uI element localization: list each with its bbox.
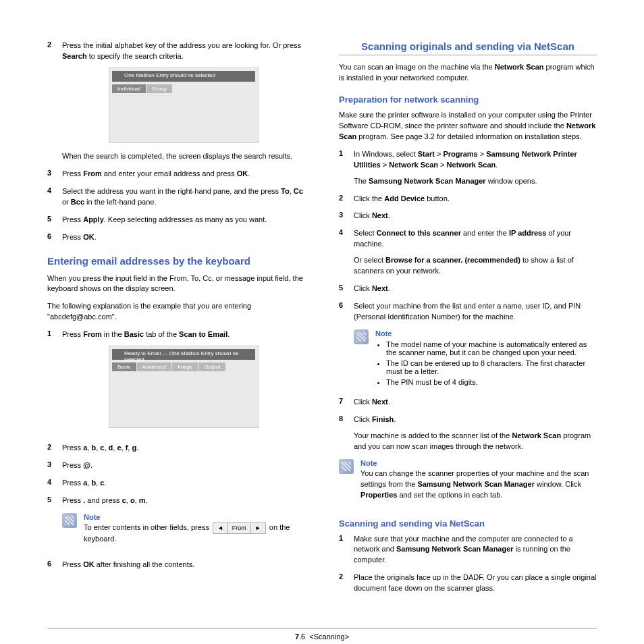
step-number: 8 xyxy=(339,414,354,452)
step-text: Or select Browse for a scanner. (recomme… xyxy=(354,255,597,277)
note-item: The model name of your machine is automa… xyxy=(386,340,597,356)
note-title: Note xyxy=(360,459,597,467)
step-number: 3 xyxy=(339,211,354,221)
step-number: 1 xyxy=(339,149,354,187)
step-4: 4 Select the address you want in the rig… xyxy=(47,186,305,208)
note-block: Note To enter contents in other fields, … xyxy=(62,513,305,552)
step-3: 3 Press From and enter your email addres… xyxy=(47,169,305,180)
two-column-layout: 2 Press the initial alphabet key of the … xyxy=(47,41,597,601)
prep-steps-cont: 7 Click Next. 8 Click Finish. Your machi… xyxy=(339,397,597,452)
step-number: 5 xyxy=(339,284,354,294)
send-steps: 1 Make sure that your machine and the co… xyxy=(339,534,597,595)
section-title-netscan: Scanning originals and sending via NetSc… xyxy=(339,41,597,55)
step-text: Press . and press c, o, m. xyxy=(62,495,305,506)
step-text: Select your machine from the list and en… xyxy=(354,301,597,323)
step-text: Your machine is added to the scanner lis… xyxy=(354,431,597,452)
step-text: Click the Add Device button. xyxy=(354,194,597,205)
sstep-2: 2 Place the originals face up in the DAD… xyxy=(339,572,597,594)
step-number: 3 xyxy=(47,460,62,471)
mailbox-entry-screenshot: One Mailbox Entry should be selected Ind… xyxy=(109,68,259,143)
pstep-7: 7 Click Next. xyxy=(339,397,597,408)
note-title: Note xyxy=(375,329,597,338)
step-text: Click Next. xyxy=(354,211,597,221)
kstep-4: 4 Press a, b, c. xyxy=(47,478,305,489)
paragraph: You can scan an image on the machine via… xyxy=(339,62,597,84)
kstep-5: 5 Press . and press c, o, m. xyxy=(47,495,305,506)
page-number-page: .6 xyxy=(299,633,305,641)
step-text: Click Next. xyxy=(354,284,597,294)
note-block: Note You can change the scanner properti… xyxy=(339,459,597,508)
step-number: 3 xyxy=(47,169,62,180)
sstep-1: 1 Make sure that your machine and the co… xyxy=(339,534,597,566)
address-steps: 2 Press the initial alphabet key of the … xyxy=(47,41,305,243)
step-text: Press the initial alphabet key of the ad… xyxy=(62,41,305,62)
step-number: 7 xyxy=(339,397,354,408)
kstep-2: 2 Press a, b, c, d, e, f, g. xyxy=(47,443,305,454)
heading-scanning-sending: Scanning and sending via NetScan xyxy=(339,518,597,529)
heading-entering-email: Entering email addresses by the keyboard xyxy=(47,255,305,267)
step-text: Click Next. xyxy=(354,397,597,408)
step-number: 6 xyxy=(47,232,62,243)
step-2: 2 Press the initial alphabet key of the … xyxy=(47,41,305,162)
note-item: The ID can be entered up to 8 characters… xyxy=(386,359,597,375)
step-text: Press From in the Basic tab of the Scan … xyxy=(62,329,305,340)
note-text: You can change the scanner properties of… xyxy=(360,468,597,501)
note-icon xyxy=(339,459,354,474)
paragraph: The following explanation is the example… xyxy=(47,301,305,323)
step-text: Place the originals face up in the DADF.… xyxy=(354,572,597,594)
step-number: 4 xyxy=(339,228,354,277)
arrow-right-icon: ► xyxy=(251,523,265,533)
step-number: 5 xyxy=(47,215,62,225)
step-number: 2 xyxy=(47,41,62,162)
page-footer: 7.6 <Scanning> xyxy=(47,628,597,641)
pstep-5: 5 Click Next. xyxy=(339,284,597,294)
right-column: Scanning originals and sending via NetSc… xyxy=(339,41,597,601)
pstep-6: 6 Select your machine from the list and … xyxy=(339,301,597,323)
step-text: Select the address you want in the right… xyxy=(62,186,305,208)
step-number: 1 xyxy=(47,329,62,436)
step-5: 5 Press Apply. Keep selecting addresses … xyxy=(47,215,305,225)
step-text: Press From and enter your email address … xyxy=(62,169,305,180)
step-number: 2 xyxy=(339,572,354,594)
step-text: Select Connect to this scanner and enter… xyxy=(354,228,597,250)
keyboard-steps-cont: 6 Press OK after finishing all the conte… xyxy=(47,560,305,570)
step-text: In Windows, select Start > Programs > Sa… xyxy=(354,149,597,171)
paragraph: Make sure the printer software is instal… xyxy=(339,110,597,142)
pstep-1: 1 In Windows, select Start > Programs > … xyxy=(339,149,597,187)
prep-steps: 1 In Windows, select Start > Programs > … xyxy=(339,149,597,323)
pstep-4: 4 Select Connect to this scanner and ent… xyxy=(339,228,597,277)
step-text: The Samsung Network Scan Manager window … xyxy=(354,176,597,187)
step-text: When the search is completed, the screen… xyxy=(62,151,305,162)
heading-preparation: Preparation for network scanning xyxy=(339,95,597,105)
step-number: 5 xyxy=(47,495,62,506)
pstep-2: 2 Click the Add Device button. xyxy=(339,194,597,205)
step-text: Make sure that your machine and the comp… xyxy=(354,534,597,566)
step-6: 6 Press OK. xyxy=(47,232,305,243)
note-icon xyxy=(62,513,77,528)
step-text: Press Apply. Keep selecting addresses as… xyxy=(62,215,305,225)
pstep-8: 8 Click Finish. Your machine is added to… xyxy=(339,414,597,452)
step-text: Press OK after finishing all the content… xyxy=(62,560,305,570)
footer-label: <Scanning> xyxy=(309,633,349,641)
step-number: 2 xyxy=(47,443,62,454)
step-text: Press a, b, c. xyxy=(62,478,305,489)
note-block: Note The model name of your machine is a… xyxy=(354,329,597,389)
step-text: Press @. xyxy=(62,460,305,471)
step-text: Click Finish. xyxy=(354,414,597,425)
from-field-widget: ◄From► xyxy=(213,522,266,534)
step-number: 2 xyxy=(339,194,354,205)
pstep-3: 3 Click Next. xyxy=(339,211,597,221)
paragraph: When you press the input field in the Fr… xyxy=(47,273,305,295)
step-number: 4 xyxy=(47,478,62,489)
note-text: To enter contents in other fields, press… xyxy=(84,522,305,545)
ready-to-email-screenshot: Ready to Email — One Mailbox Entry shoul… xyxy=(109,346,259,428)
kstep-6: 6 Press OK after finishing all the conte… xyxy=(47,560,305,570)
kstep-1: 1 Press From in the Basic tab of the Sca… xyxy=(47,329,305,436)
step-number: 6 xyxy=(47,560,62,570)
step-text: Press OK. xyxy=(62,232,305,243)
note-icon xyxy=(354,329,369,344)
arrow-left-icon: ◄ xyxy=(213,523,228,533)
keyboard-steps: 1 Press From in the Basic tab of the Sca… xyxy=(47,329,305,506)
note-title: Note xyxy=(84,513,305,521)
step-number: 1 xyxy=(339,534,354,566)
